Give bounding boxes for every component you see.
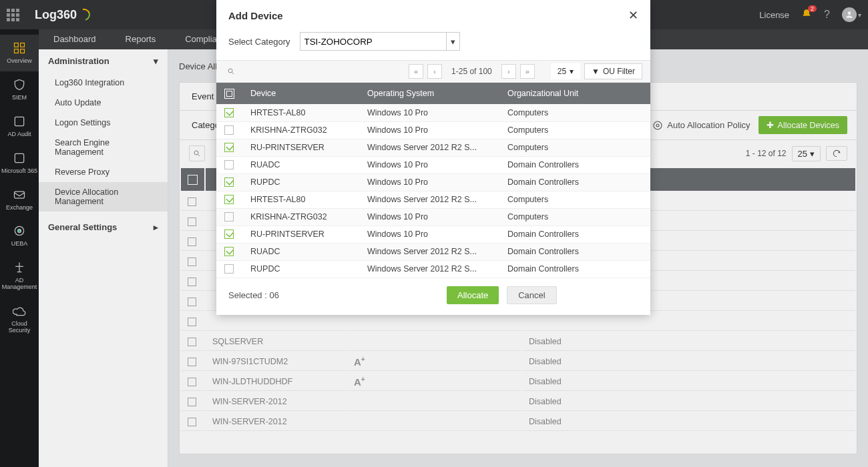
col-device: Device (242, 83, 359, 104)
row-checkbox[interactable] (224, 125, 234, 135)
table-row: KRISHNA-ZTRG032Windows 10 ProComputers (216, 121, 650, 139)
row-checkbox[interactable] (224, 229, 234, 239)
table-row: KRISHNA-ZTRG032Windows 10 ProComputers (216, 208, 650, 225)
table-row: RUPDCWindows Server 2012 R2 S...Domain C… (216, 260, 650, 278)
table-row: RUADCWindows Server 2012 R2 S...Domain C… (216, 243, 650, 260)
filter-icon: ▼ (592, 67, 600, 76)
select-all-checkbox[interactable] (224, 89, 234, 99)
row-checkbox[interactable] (224, 247, 234, 256)
add-device-modal: Add Device ✕ Select Category TSI-ZOHOCOR… (216, 0, 650, 315)
row-checkbox[interactable] (224, 143, 234, 152)
category-select[interactable]: TSI-ZOHOCORP (300, 32, 460, 51)
table-row: HRTEST-AL80Windows 10 ProComputers (216, 104, 650, 121)
row-checkbox[interactable] (224, 177, 234, 187)
page-prev-button[interactable]: ‹ (427, 64, 442, 79)
row-checkbox[interactable] (224, 160, 234, 169)
allocate-button[interactable]: Allocate (447, 286, 499, 304)
row-checkbox[interactable] (224, 108, 234, 117)
cancel-button[interactable]: Cancel (507, 286, 556, 304)
ou-filter-button[interactable]: ▼OU Filter (584, 63, 642, 79)
row-checkbox[interactable] (224, 195, 234, 204)
page-next-button[interactable]: › (501, 64, 516, 79)
page-last-button[interactable]: » (520, 64, 535, 79)
modal-title: Add Device (228, 10, 283, 21)
col-ou: Organizational Unit (499, 83, 650, 104)
selected-count: Selected : 06 (228, 290, 279, 300)
table-row: RUADCWindows 10 ProDomain Controllers (216, 156, 650, 173)
table-row: RU-PRINTSERVERWindows Server 2012 R2 S..… (216, 139, 650, 156)
page-size-select[interactable]: 25▾ (551, 63, 580, 79)
row-checkbox[interactable] (224, 212, 234, 221)
select-category-label: Select Category (228, 37, 290, 47)
add-device-table: Device Operating System Organizational U… (216, 83, 650, 278)
page-indicator: 1-25 of 100 (446, 67, 497, 76)
table-row: RUPDCWindows 10 ProDomain Controllers (216, 173, 650, 191)
chevron-down-icon: ▾ (570, 67, 574, 76)
close-icon[interactable]: ✕ (628, 8, 638, 23)
svg-point-13 (228, 69, 232, 73)
page-first-button[interactable]: « (409, 64, 423, 79)
table-row: HRTEST-AL80Windows Server 2012 R2 S...Co… (216, 191, 650, 208)
col-os: Operating System (359, 83, 499, 104)
table-row: RU-PRINTSERVERWindows 10 ProDomain Contr… (216, 225, 650, 243)
modal-toolbar: « ‹ 1-25 of 100 › » 25▾ ▼OU Filter (216, 60, 650, 83)
search-icon[interactable] (224, 65, 238, 78)
row-checkbox[interactable] (224, 264, 234, 274)
